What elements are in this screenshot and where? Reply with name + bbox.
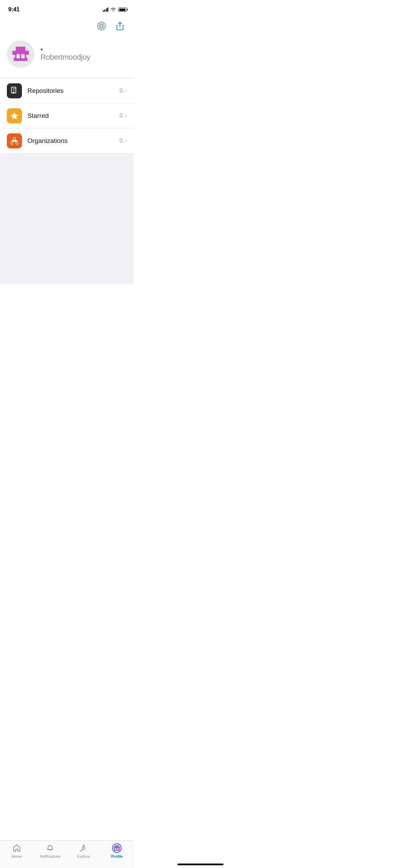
organizations-label: Organizations bbox=[27, 137, 120, 145]
organizations-count: 0 bbox=[120, 137, 123, 144]
starred-label: Starred bbox=[27, 112, 120, 120]
status-bar: 9:41 bbox=[0, 0, 134, 16]
svg-rect-6 bbox=[26, 55, 29, 58]
status-time: 9:41 bbox=[8, 6, 20, 13]
repositories-icon-wrap bbox=[7, 83, 22, 98]
starred-chevron-icon: › bbox=[125, 112, 127, 119]
signal-bars-icon bbox=[103, 8, 109, 12]
profile-dropdown[interactable]: ▾ bbox=[40, 47, 90, 52]
svg-rect-13 bbox=[13, 137, 15, 140]
svg-rect-4 bbox=[26, 51, 29, 55]
settings-button[interactable] bbox=[95, 19, 108, 33]
svg-rect-12 bbox=[16, 142, 17, 144]
menu-item-organizations[interactable]: Organizations 0 › bbox=[0, 129, 134, 154]
svg-rect-3 bbox=[12, 51, 15, 55]
profile-section: ▾ Robertmoodjoy bbox=[0, 37, 134, 78]
battery-icon bbox=[118, 8, 127, 12]
wifi-icon bbox=[110, 8, 116, 12]
repositories-label: Repositories bbox=[27, 87, 120, 95]
repositories-icon bbox=[10, 86, 19, 95]
toolbar bbox=[0, 16, 134, 37]
chevron-down-icon: ▾ bbox=[40, 47, 43, 52]
profile-info: ▾ Robertmoodjoy bbox=[40, 47, 90, 62]
starred-count: 0 bbox=[120, 112, 123, 119]
organizations-icon bbox=[10, 136, 19, 145]
svg-rect-2 bbox=[16, 47, 25, 54]
svg-rect-10 bbox=[13, 92, 14, 93]
starred-icon-wrap bbox=[7, 108, 22, 123]
repositories-count: 0 bbox=[120, 87, 123, 94]
menu-list: Repositories 0 › Starred 0 › Organizatio… bbox=[0, 79, 134, 154]
share-button[interactable] bbox=[113, 19, 127, 33]
gray-area bbox=[0, 154, 134, 284]
profile-username: Robertmoodjoy bbox=[40, 53, 90, 62]
organizations-chevron-icon: › bbox=[125, 137, 127, 144]
avatar-image bbox=[10, 44, 31, 64]
menu-item-starred[interactable]: Starred 0 › bbox=[0, 104, 134, 129]
menu-item-repositories[interactable]: Repositories 0 › bbox=[0, 79, 134, 104]
repositories-chevron-icon: › bbox=[125, 87, 127, 94]
svg-rect-8 bbox=[21, 54, 25, 58]
organizations-icon-wrap bbox=[7, 133, 22, 148]
starred-icon bbox=[10, 111, 19, 120]
share-icon bbox=[116, 22, 124, 31]
svg-rect-7 bbox=[16, 54, 20, 58]
svg-rect-5 bbox=[12, 55, 15, 58]
svg-rect-11 bbox=[11, 142, 13, 144]
gear-icon bbox=[97, 21, 106, 31]
avatar bbox=[7, 40, 34, 68]
status-icons bbox=[103, 8, 127, 12]
